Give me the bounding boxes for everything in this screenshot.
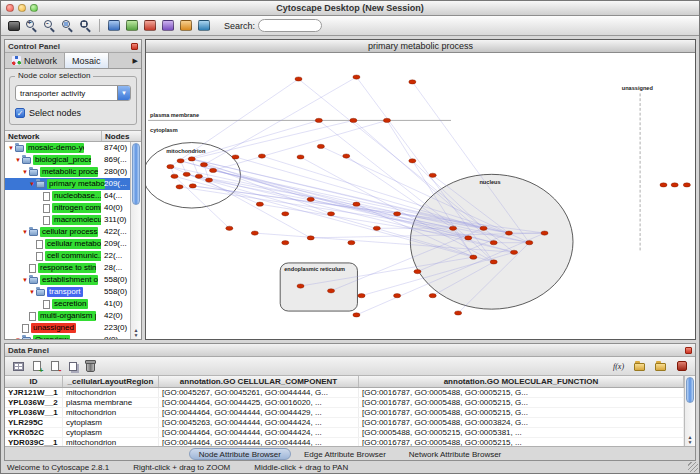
tree-item-primary-metabo[interactable]: ▼primary metabo...209(...: [5, 178, 130, 190]
graph-node[interactable]: [317, 144, 324, 148]
graph-node[interactable]: [183, 172, 190, 176]
expand-arrow-icon[interactable]: ▼: [7, 144, 15, 152]
graph-node[interactable]: [429, 173, 436, 177]
graph-node[interactable]: [205, 178, 212, 182]
trash-icon[interactable]: [82, 358, 99, 374]
table-row[interactable]: YPL036W__2plasma membrane[GO:0044464, GO…: [5, 398, 684, 408]
open-session-icon[interactable]: [105, 18, 122, 34]
graph-node[interactable]: [660, 183, 667, 187]
graph-node[interactable]: [373, 226, 380, 230]
graph-node[interactable]: [295, 77, 302, 81]
search-input[interactable]: [258, 19, 322, 32]
graph-node[interactable]: [226, 226, 233, 230]
clear-attributes-icon[interactable]: [673, 358, 690, 374]
tree-item-secretion[interactable]: secretion41(0): [5, 298, 130, 310]
graph-node[interactable]: [176, 185, 183, 189]
tree-item-nucleobase[interactable]: nucleobase...64(...: [5, 190, 130, 202]
graph-node[interactable]: [327, 212, 334, 216]
graph-node[interactable]: [429, 294, 436, 298]
graph-node[interactable]: [353, 75, 360, 79]
data-panel-close-icon[interactable]: [685, 347, 692, 354]
graph-node[interactable]: [470, 255, 477, 259]
graph-node[interactable]: [210, 168, 217, 172]
graph-node[interactable]: [348, 241, 355, 245]
attribute-delete-icon[interactable]: [46, 358, 63, 374]
graph-node[interactable]: [526, 241, 533, 245]
graph-node[interactable]: [683, 183, 690, 187]
table-row[interactable]: YJR121W__1mitochondrion[GO:0045267, GO:0…: [5, 388, 684, 398]
tab-network[interactable]: Network: [5, 53, 65, 68]
tree-item-macromolecul[interactable]: macromolecul...311(0): [5, 214, 130, 226]
tree-scrollbar-thumb[interactable]: [132, 143, 140, 205]
graph-node[interactable]: [449, 226, 456, 230]
plugin-manager-icon[interactable]: [195, 18, 212, 34]
select-nodes-checkbox[interactable]: ✓: [15, 108, 25, 118]
table-row[interactable]: YLR295Ccytoplasm[GO:0045263, GO:0044444,…: [5, 418, 684, 428]
tree-item-mosaic-demo-yeast[interactable]: ▼mosaic-demo-yeast874(0): [5, 142, 130, 154]
zoom-selected-icon[interactable]: [59, 18, 76, 34]
tree-item-multi-organism-pro[interactable]: multi-organism pro...42(0): [5, 310, 130, 322]
zoom-fit-icon[interactable]: [77, 18, 94, 34]
graph-node[interactable]: [188, 157, 195, 161]
tree-item-transport[interactable]: ▼transport558(0): [5, 286, 130, 298]
graph-node[interactable]: [394, 294, 401, 298]
graph-node[interactable]: [327, 289, 334, 293]
graph-node[interactable]: [177, 159, 184, 163]
expand-arrow-icon[interactable]: ▼: [21, 228, 29, 236]
attribute-select-icon[interactable]: [10, 358, 27, 374]
tab-node-attribute-browser[interactable]: Node Attribute Browser: [189, 448, 291, 460]
column-header-cellularlayoutregion[interactable]: _cellularLayoutRegion: [63, 376, 159, 387]
console-icon[interactable]: [5, 18, 22, 34]
save-session-icon[interactable]: [123, 18, 140, 34]
table-scrollbar-thumb[interactable]: [686, 377, 694, 403]
graph-node[interactable]: [343, 154, 350, 158]
column-header-annotation-go-molecular-function[interactable]: annotation.GO MOLECULAR_FUNCTION: [359, 376, 684, 387]
scrollbar-arrows-icon[interactable]: ▲▼: [688, 435, 693, 445]
graph-node[interactable]: [167, 165, 174, 169]
scrollbar-arrows-icon[interactable]: ▲▼: [134, 328, 139, 338]
table-row[interactable]: YPL036W__1mitochondrion[GO:0044464, GO:0…: [5, 408, 684, 418]
graph-node[interactable]: [505, 231, 512, 235]
tree-item-cellular-metabo[interactable]: cellular metabo...209(...: [5, 238, 130, 250]
attribute-create-icon[interactable]: [28, 358, 45, 374]
expand-arrow-icon[interactable]: ▼: [21, 276, 29, 284]
zoom-out-icon[interactable]: [41, 18, 58, 34]
tree-item-overview[interactable]: ▼Overview8(0): [5, 334, 130, 339]
network-canvas[interactable]: plasma membranecytoplasmmitochondrionnuc…: [146, 53, 695, 339]
tab-mosaic[interactable]: Mosaic: [65, 53, 109, 68]
expand-arrow-icon[interactable]: ▼: [14, 156, 22, 164]
import-network-icon[interactable]: [141, 18, 158, 34]
minimize-window-button[interactable]: [18, 4, 26, 12]
tree-item-metabolic-process[interactable]: ▼metabolic process280(0): [5, 166, 130, 178]
tree-item-biological-process[interactable]: ▼biological_process869(...: [5, 154, 130, 166]
graph-node[interactable]: [282, 212, 289, 216]
graph-node[interactable]: [315, 118, 322, 122]
tab-scroll-right-icon[interactable]: ▶: [130, 53, 141, 68]
expand-arrow-icon[interactable]: ▼: [14, 336, 22, 339]
graph-node[interactable]: [200, 163, 207, 167]
table-row[interactable]: YKR052Ccytoplasm[GO:0044464, GO:0044444,…: [5, 428, 684, 438]
table-row[interactable]: YDR039C__1mitochondrion[GO:0044464, GO:0…: [5, 438, 684, 446]
graph-node[interactable]: [171, 174, 178, 178]
tab-network-attribute-browser[interactable]: Network Attribute Browser: [399, 448, 511, 460]
zoom-in-icon[interactable]: [23, 18, 40, 34]
graph-node[interactable]: [251, 231, 258, 235]
tree-item-nitrogen-compo[interactable]: nitrogen compo...40(0): [5, 202, 130, 214]
graph-node[interactable]: [541, 231, 548, 235]
graph-node[interactable]: [307, 197, 314, 201]
graph-node[interactable]: [671, 183, 678, 187]
tree-item-establishment-of-lo[interactable]: ▼establishment of lo...558(0): [5, 274, 130, 286]
graph-node[interactable]: [510, 250, 517, 254]
layout-icon[interactable]: [177, 18, 194, 34]
expand-arrow-icon[interactable]: ▼: [21, 168, 29, 176]
graph-node[interactable]: [383, 118, 390, 122]
window-titlebar[interactable]: Cytoscape Desktop (New Session): [1, 1, 699, 16]
graph-node[interactable]: [195, 174, 202, 178]
tree-item-cellular-process[interactable]: ▼cellular process422(...: [5, 226, 130, 238]
expand-arrow-icon[interactable]: ▼: [28, 180, 36, 188]
graph-node[interactable]: [455, 311, 462, 315]
graph-node[interactable]: [282, 241, 289, 245]
graph-node[interactable]: [409, 80, 416, 84]
graph-node[interactable]: [232, 155, 239, 159]
graph-node[interactable]: [480, 226, 487, 230]
